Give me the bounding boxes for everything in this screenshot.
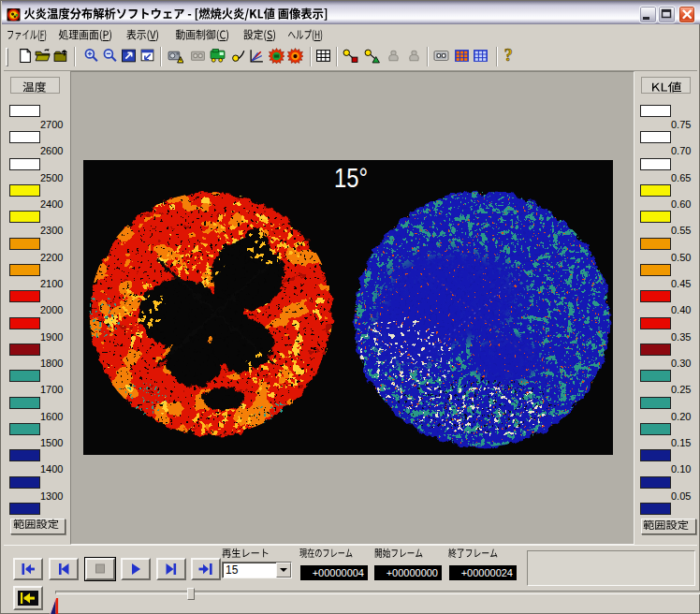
svg-text:15°: 15° <box>334 163 368 193</box>
svg-text:?: ? <box>504 48 513 64</box>
